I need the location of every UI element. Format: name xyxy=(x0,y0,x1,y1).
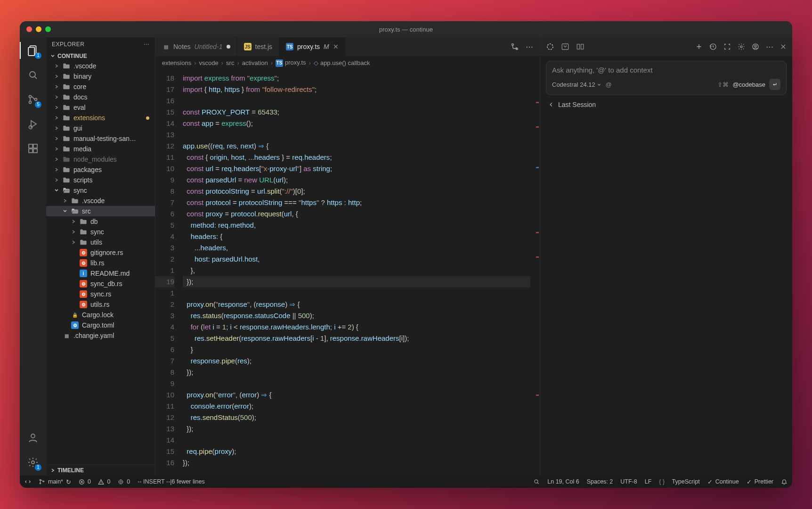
tree-item-lib-rs[interactable]: ⚙lib.rs xyxy=(46,258,155,268)
tree-item-gitignore-rs[interactable]: ⚙gitignore.rs xyxy=(46,247,155,258)
explorer-activity[interactable]: 1 xyxy=(25,43,41,58)
continue-status[interactable]: Continue xyxy=(707,478,739,485)
bell-icon[interactable] xyxy=(781,478,788,485)
problems-status[interactable]: 0 0 xyxy=(79,478,110,485)
tree-item-cargo-lock[interactable]: 🔒Cargo.lock xyxy=(46,310,155,320)
tree-item-extensions[interactable]: extensions xyxy=(46,113,155,123)
code-editor[interactable]: 1817161514131211109876543211912345678910… xyxy=(155,70,540,476)
breadcrumb-item[interactable]: activation xyxy=(242,59,268,66)
codebase-mention[interactable]: @codebase xyxy=(732,81,765,88)
tab-label: Notes xyxy=(173,43,191,50)
ts-icon: TS xyxy=(286,43,293,50)
code-content[interactable]: import express from "express";import { h… xyxy=(179,70,530,476)
extensions-activity[interactable] xyxy=(25,141,41,156)
language-status[interactable]: { } TypeScript xyxy=(659,478,699,485)
tree-item-cargo-toml[interactable]: ⚙Cargo.toml xyxy=(46,320,155,330)
breadcrumb-item[interactable]: extensions xyxy=(162,59,191,66)
at-button[interactable]: @ xyxy=(605,81,611,88)
tree-item-utils-rs[interactable]: ⚙utils.rs xyxy=(46,299,155,310)
tree-item-core[interactable]: core xyxy=(46,82,155,92)
settings-gear-icon[interactable] xyxy=(738,43,745,50)
spaces-status[interactable]: Spaces: 2 xyxy=(587,478,613,485)
profile-icon[interactable] xyxy=(752,43,759,50)
tree-item-label: Cargo.lock xyxy=(82,311,114,319)
breadcrumb-item[interactable]: src xyxy=(226,59,234,66)
svg-point-11 xyxy=(31,434,35,438)
editor-more-icon[interactable]: ⋯ xyxy=(526,42,533,51)
compare-changes-icon[interactable] xyxy=(511,42,519,51)
tree-item-sync-rs[interactable]: ⚙sync.rs xyxy=(46,289,155,299)
tree-item-label: .changie.yaml xyxy=(73,332,114,339)
breadcrumb-item[interactable]: vscode xyxy=(199,59,219,66)
breadcrumb-item[interactable]: ◇app.use() callback xyxy=(314,59,370,66)
tree-item-binary[interactable]: binary xyxy=(46,71,155,82)
zoom-window-button[interactable] xyxy=(45,26,51,32)
tab-notes[interactable]: ▤NotesUntitled-1 xyxy=(155,37,237,56)
sidebar-more-button[interactable]: ⋯ xyxy=(144,41,150,48)
tree-item-label: README.md xyxy=(90,270,130,277)
tree-item-eval[interactable]: eval xyxy=(46,102,155,113)
tree-item-src[interactable]: src xyxy=(46,206,155,216)
eol-status[interactable]: LF xyxy=(645,478,652,485)
breadcrumbs[interactable]: extensions›vscode›src›activation›TSproxy… xyxy=(155,56,540,70)
tree-item-media[interactable]: media xyxy=(46,144,155,154)
branch-status[interactable]: main* ↻ xyxy=(39,478,71,485)
scm-activity[interactable]: 5 xyxy=(25,92,41,107)
account-activity[interactable] xyxy=(25,430,41,445)
tree-item-gui[interactable]: gui xyxy=(46,123,155,133)
tree-item-manual-testing-san-[interactable]: manual-testing-san… xyxy=(46,133,155,144)
tree-item-sync[interactable]: sync xyxy=(46,185,155,196)
tree-item-packages[interactable]: packages xyxy=(46,164,155,175)
tree-item-scripts[interactable]: scripts xyxy=(46,175,155,185)
new-chat-icon[interactable] xyxy=(695,43,703,50)
file-tree[interactable]: .vscodebinarycoredocsevalextensionsguima… xyxy=(46,61,155,465)
tree-item-sync-db-rs[interactable]: ⚙sync_db.rs xyxy=(46,279,155,289)
folder-icon xyxy=(63,62,70,70)
tree-item--changie-yaml[interactable]: ▦.changie.yaml xyxy=(46,330,155,341)
activity-bar: 1 5 1 xyxy=(20,37,46,476)
tree-item-docs[interactable]: docs xyxy=(46,92,155,102)
prettier-status[interactable]: Prettier xyxy=(747,478,773,485)
folder-header[interactable]: CONTINUE xyxy=(46,51,155,61)
minimize-window-button[interactable] xyxy=(36,26,41,32)
chat-input[interactable]: Ask anything, '@' to add context Codestr… xyxy=(546,61,787,95)
close-window-button[interactable] xyxy=(26,26,32,32)
tree-item--vscode[interactable]: .vscode xyxy=(46,61,155,71)
titlebar[interactable]: proxy.ts — continue xyxy=(20,21,792,37)
tree-item--vscode[interactable]: .vscode xyxy=(46,196,155,206)
model-selector[interactable]: Codestral 24.12 xyxy=(552,81,601,88)
tab-suffix: Untitled-1 xyxy=(195,43,223,50)
panel-close-icon[interactable] xyxy=(780,43,787,50)
tree-item-db[interactable]: db xyxy=(46,216,155,227)
tree-item-sync[interactable]: sync xyxy=(46,227,155,237)
remote-button[interactable] xyxy=(24,478,31,485)
history-icon[interactable] xyxy=(709,43,717,50)
timeline-header[interactable]: TIMELINE xyxy=(46,465,155,476)
tree-item-readme-md[interactable]: iREADME.md xyxy=(46,268,155,279)
folder-icon xyxy=(71,197,79,205)
tab-bar: ▤NotesUntitled-1JStest.jsTSproxy.tsM✕ ⋯ xyxy=(155,37,540,56)
ports-status[interactable]: 0 xyxy=(118,478,130,485)
layout-icon[interactable] xyxy=(561,42,569,51)
tree-item-node-modules[interactable]: node_modules xyxy=(46,154,155,164)
panel-more-icon[interactable]: ⋯ xyxy=(766,42,773,51)
breadcrumb-item[interactable]: TSproxy.ts xyxy=(276,59,306,67)
encoding-status[interactable]: UTF-8 xyxy=(620,478,637,485)
continue-logo-icon[interactable] xyxy=(546,42,554,51)
zoom-icon[interactable] xyxy=(533,478,540,485)
tab-test-js[interactable]: JStest.js xyxy=(237,37,280,56)
tree-item-label: sync xyxy=(90,228,104,236)
minimap[interactable] xyxy=(530,70,540,476)
debug-activity[interactable] xyxy=(25,116,41,131)
rust-icon: ⚙ xyxy=(80,301,87,308)
tree-item-utils[interactable]: utils xyxy=(46,237,155,247)
diff-icon[interactable] xyxy=(576,42,585,51)
settings-activity[interactable]: 1 xyxy=(25,455,41,470)
last-session-link[interactable]: Last Session xyxy=(540,95,792,114)
cursor-pos[interactable]: Ln 19, Col 6 xyxy=(547,478,579,485)
tab-proxy-ts[interactable]: TSproxy.tsM✕ xyxy=(279,37,346,56)
close-tab-icon[interactable]: ✕ xyxy=(333,43,339,50)
focus-icon[interactable] xyxy=(723,43,731,50)
submit-button[interactable] xyxy=(769,79,780,90)
search-activity[interactable] xyxy=(25,67,41,82)
